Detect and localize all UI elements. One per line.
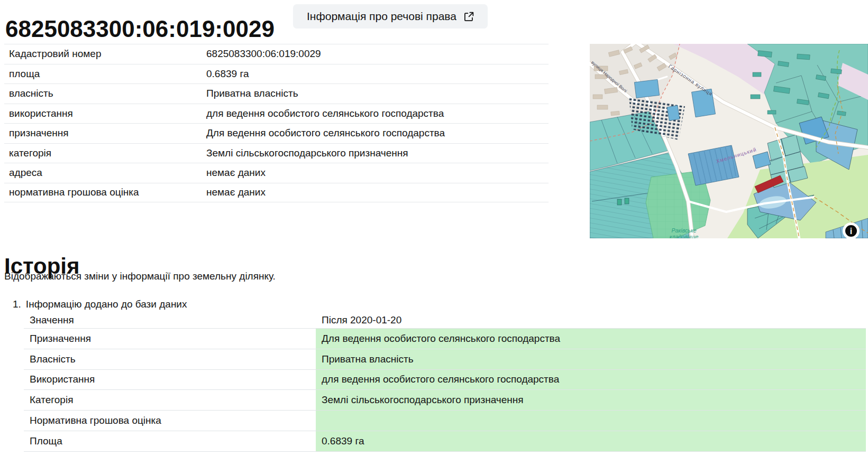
history-item-index: 1. <box>13 299 21 310</box>
info-icon: i <box>850 227 852 236</box>
detail-label: власність <box>4 88 206 99</box>
detail-label: призначення <box>4 127 206 139</box>
detail-value: Приватна власність <box>206 88 549 99</box>
detail-label: нормативна грошова оцінка <box>4 187 206 198</box>
table-row: Призначення Для ведення особистого селян… <box>24 329 866 349</box>
detail-value: немає даних <box>206 167 549 179</box>
table-row: Значення Після 2020-01-20 <box>24 312 866 329</box>
history-subtitle: Відображаються зміни у інформації про зе… <box>4 271 276 282</box>
table-row: призначення Для ведення особистого селян… <box>4 123 549 143</box>
external-link-icon <box>464 12 474 22</box>
history-label: Значення <box>24 312 316 328</box>
table-row: категорія Землі сільськогосподарського п… <box>4 143 549 163</box>
history-value: Землі сільськогосподарського призначення <box>316 390 866 410</box>
table-row: Нормативна грошова оцінка <box>24 411 866 431</box>
detail-value: Землі сільськогосподарського призначення <box>206 147 549 159</box>
history-value: Для ведення особистого селянського госпо… <box>316 329 866 349</box>
history-table: Значення Після 2020-01-20 Призначення Дл… <box>24 312 866 452</box>
detail-label: використання <box>4 108 206 119</box>
page-title: 6825083300:06:019:0029 <box>5 15 275 43</box>
detail-label: площа <box>4 68 206 80</box>
history-label: Призначення <box>24 329 316 349</box>
cadastral-map[interactable]: Гарнізонна вулиця вулиця Народної Волі Х… <box>590 44 868 238</box>
history-label: Використання <box>24 370 316 390</box>
detail-value: 6825083300:06:019:0029 <box>206 48 549 60</box>
table-row: Використання для ведення особистого селя… <box>24 370 866 390</box>
property-rights-button[interactable]: Інформація про речові права <box>293 4 488 29</box>
history-label: Нормативна грошова оцінка <box>24 411 316 431</box>
detail-label: Кадастровий номер <box>4 48 206 60</box>
detail-value: немає даних <box>206 187 549 198</box>
detail-value: 0.6839 га <box>206 68 549 80</box>
history-label: Власність <box>24 349 316 369</box>
table-row: Кадастровий номер 6825083300:06:019:0029 <box>4 44 549 64</box>
detail-label: категорія <box>4 147 206 159</box>
table-row: адреса немає даних <box>4 163 549 183</box>
detail-value: Для ведення особистого селянського госпо… <box>206 127 549 139</box>
history-value: 0.6839 га <box>316 431 866 451</box>
table-row: площа 0.6839 га <box>4 64 549 84</box>
table-row: Категорія Землі сільськогосподарського п… <box>24 390 866 411</box>
history-value: Після 2020-01-20 <box>316 312 866 328</box>
property-rights-button-label: Інформація про речові права <box>307 10 456 23</box>
table-row: Власність Приватна власність <box>24 349 866 370</box>
parcel-details-table: Кадастровий номер 6825083300:06:019:0029… <box>4 44 549 202</box>
detail-label: адреса <box>4 167 206 179</box>
detail-value: для ведення особистого селянського госпо… <box>206 108 549 119</box>
table-row: використання для ведення особистого селя… <box>4 104 549 124</box>
history-item-label: Інформацію додано до бази даних <box>26 299 187 310</box>
history-item-title: 1. Інформацію додано до бази даних <box>13 299 187 310</box>
history-value <box>316 411 866 431</box>
table-row: нормативна грошова оцінка немає даних <box>4 183 549 203</box>
cemetery-label-line2: кладовище <box>670 234 699 238</box>
history-value: для ведення особистого селянського госпо… <box>316 370 866 390</box>
history-label: Категорія <box>24 390 316 410</box>
table-row: Площа 0.6839 га <box>24 431 866 452</box>
history-label: Площа <box>24 431 316 451</box>
table-row: власність Приватна власність <box>4 83 549 104</box>
history-value: Приватна власність <box>316 349 866 369</box>
cemetery-label-line1: Раківське <box>672 227 697 234</box>
